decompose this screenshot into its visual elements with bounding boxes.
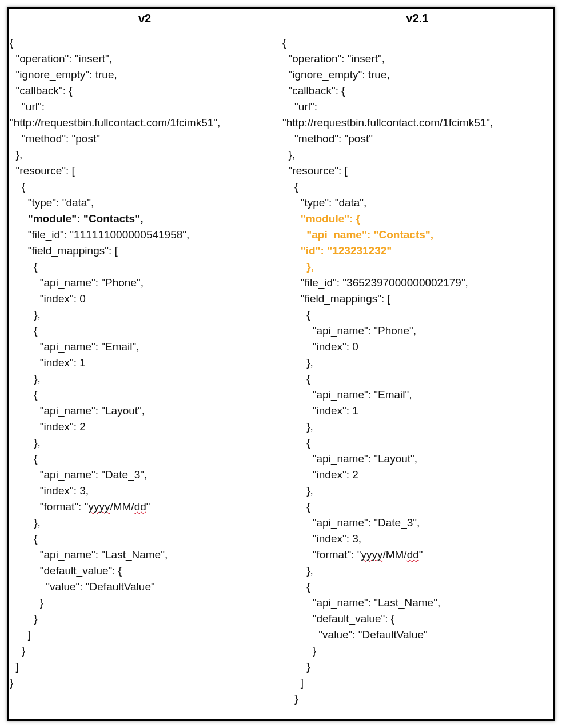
v21-line: "operation": "insert", [282, 53, 385, 65]
v21-line: }, [282, 149, 295, 161]
spellcheck-squiggle: dd [134, 501, 146, 513]
v21-line: ] [282, 677, 304, 689]
v2-line: { [10, 533, 38, 545]
v21-line: "ignore_empty": true, [282, 69, 390, 81]
v2-line: "api_name": "Email", [10, 341, 139, 353]
v2-line: "method": "post" [10, 133, 100, 145]
v2-line: }, [10, 517, 41, 529]
v2-line: "api_name": "Last_Name", [10, 549, 168, 561]
v2-line-format: "format": "yyyy/MM/dd" [10, 501, 150, 513]
header-v2: v2 [9, 9, 281, 30]
v2-line: "api_name": "Date_3", [10, 469, 147, 481]
v2-line: } [10, 645, 25, 657]
v21-line: "index": 2 [282, 469, 358, 481]
v21-line: }, [282, 357, 313, 369]
v2-line: "type": "data", [10, 197, 94, 209]
v2-line: "api_name": "Phone", [10, 277, 144, 289]
code-v2: { "operation": "insert", "ignore_empty":… [10, 35, 280, 691]
v21-module-highlight: }, [306, 261, 314, 273]
v2-line: { [10, 389, 38, 401]
v21-line: "index": 3, [282, 533, 361, 545]
v21-line: }, [282, 421, 313, 433]
v21-line-hl: }, [282, 261, 314, 273]
v21-line: "index": 0 [282, 341, 358, 353]
v21-line: "type": "data", [282, 197, 366, 209]
v21-line: }, [282, 485, 313, 497]
v21-line: "api_name": "Layout", [282, 453, 417, 465]
v21-module-highlight: "module": { [301, 213, 361, 225]
v21-line: "method": "post" [282, 133, 373, 145]
spellcheck-squiggle: yyyy [361, 549, 382, 561]
v21-line: "resource": [ [282, 165, 348, 177]
v2-line: "index": 2 [10, 421, 86, 433]
v2-line: "api_name": "Layout", [10, 405, 145, 417]
v2-line: { [10, 181, 25, 193]
v21-line-hl: "api_name": "Contacts", [282, 229, 433, 241]
spellcheck-squiggle: yyyy [88, 501, 110, 513]
v2-line: "file_id": "111111000000541958", [10, 229, 189, 241]
v21-line: "http://requestbin.fullcontact.com/1fcim… [282, 117, 493, 129]
v21-line: { [282, 501, 310, 513]
v21-line: } [282, 693, 298, 705]
v21-line: "api_name": "Last_Name", [282, 597, 440, 609]
v2-line: } [10, 677, 13, 689]
v21-line: "field_mappings": [ [282, 293, 390, 305]
v21-line-hl: "module": { [282, 213, 360, 225]
cell-v21: { "operation": "insert", "ignore_empty":… [281, 30, 554, 720]
v2-line: { [10, 261, 38, 273]
v21-line: { [282, 581, 310, 593]
header-v21: v2.1 [281, 9, 554, 30]
v21-line: { [282, 37, 286, 49]
v2-line: "field_mappings": [ [10, 245, 118, 257]
v21-line: { [282, 181, 298, 193]
v21-line: "index": 1 [282, 405, 358, 417]
v21-line: "callback": { [282, 85, 345, 97]
v21-line: "api_name": "Phone", [282, 325, 416, 337]
v2-line: ] [10, 629, 31, 641]
v2-line: }, [10, 373, 41, 385]
v2-line: "http://requestbin.fullcontact.com/1fcim… [10, 117, 220, 129]
v21-module-highlight: "id": "123231232" [301, 245, 392, 257]
v21-line: } [282, 661, 310, 673]
v21-line: "url": [282, 101, 317, 113]
v2-module-bold: "module": "Contacts", [28, 213, 144, 225]
comparison-frame: v2 v2.1 { "operation": "insert", "ignore… [7, 7, 555, 721]
v2-line: "index": 1 [10, 357, 86, 369]
v2-line: }, [10, 309, 41, 321]
v2-line: "default_value": { [10, 565, 122, 577]
v2-line: } [10, 597, 43, 609]
v21-line: { [282, 437, 310, 449]
v2-line: } [10, 613, 38, 625]
comparison-table: v2 v2.1 { "operation": "insert", "ignore… [8, 8, 554, 720]
v21-line: "default_value": { [282, 613, 394, 625]
v21-line: "api_name": "Email", [282, 389, 412, 401]
v2-line: ] [10, 661, 19, 673]
v2-line: { [10, 453, 38, 465]
v2-line: "value": "DefaultValue" [10, 581, 155, 593]
v2-line: }, [10, 149, 22, 161]
v21-line-hl: "id": "123231232" [282, 245, 392, 257]
v21-line: "file_id": "3652397000000002179", [282, 277, 468, 289]
v2-line-module: "module": "Contacts", [10, 213, 143, 225]
v21-line: }, [282, 565, 313, 577]
v2-line: { [10, 37, 13, 49]
v2-line: "callback": { [10, 85, 73, 97]
v21-line: { [282, 309, 310, 321]
v21-module-highlight: "api_name": "Contacts", [306, 229, 433, 241]
v2-line: "url": [10, 101, 45, 113]
cell-v2: { "operation": "insert", "ignore_empty":… [9, 30, 281, 720]
v2-line: "index": 0 [10, 293, 86, 305]
v21-line: { [282, 373, 310, 385]
spellcheck-squiggle: dd [407, 549, 419, 561]
v21-line: "value": "DefaultValue" [282, 629, 428, 641]
v2-line: "index": 3, [10, 485, 89, 497]
v21-line: "api_name": "Date_3", [282, 517, 420, 529]
v2-line: "resource": [ [10, 165, 75, 177]
v21-line: } [282, 645, 316, 657]
v2-line: }, [10, 437, 41, 449]
v21-line-format: "format": "yyyy/MM/dd" [282, 549, 423, 561]
v2-line: "operation": "insert", [10, 53, 112, 65]
v2-line: { [10, 325, 38, 337]
v2-line: "ignore_empty": true, [10, 69, 117, 81]
code-v21: { "operation": "insert", "ignore_empty":… [282, 35, 552, 707]
